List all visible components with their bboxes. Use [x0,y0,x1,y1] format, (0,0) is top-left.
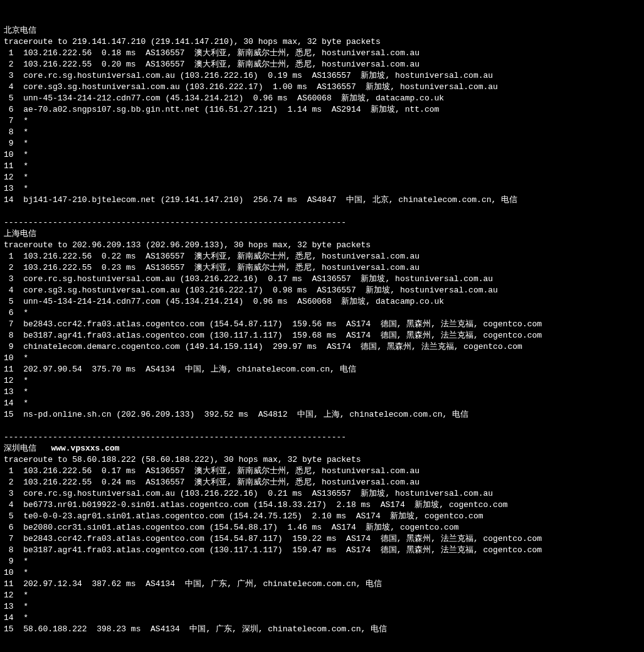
traceroute-header: traceroute to 202.96.209.133 (202.96.209… [4,240,371,250]
hop-line: 6 be2080.ccr31.sin01.atlas.cogentco.com … [4,523,459,532]
hop-line: 1 103.216.222.56 0.17 ms AS136557 澳大利亚, … [4,466,420,476]
separator-line: ----------------------------------------… [4,432,346,442]
hop-line: 1 103.216.222.56 0.22 ms AS136557 澳大利亚, … [4,252,420,261]
hop-line: 2 103.216.222.55 0.23 ms AS136557 澳大利亚, … [4,263,420,272]
watermark-text: www.vpsxxs.com [51,444,119,453]
hop-line: 14 * [4,398,28,408]
hop-line: 13 * [4,184,28,193]
terminal-output: { "separator": "------------------------… [0,0,644,649]
hop-line: 13 * [4,387,28,397]
hop-line: 3 core.rc.sg.hostuniversal.com.au (103.2… [4,274,493,284]
hop-line: 5 te0-0-0-23.agr01.sin01.atlas.cogentco.… [4,511,483,521]
hop-line: 14 * [4,613,28,623]
hop-line: 8 be3187.agr41.fra03.atlas.cogentco.com … [4,331,542,340]
hop-line: 11 202.97.12.34 387.62 ms AS4134 中国, 广东,… [4,579,382,589]
hop-line: 12 * [4,591,28,600]
hop-line: 7 be2843.ccr42.fra03.atlas.cogentco.com … [4,534,542,543]
hop-line: 3 core.rc.sg.hostuniversal.com.au (103.2… [4,71,493,80]
hop-line: 4 core.sg3.sg.hostuniversal.com.au (103.… [4,286,498,295]
hop-line: 7 be2843.ccr42.fra03.atlas.cogentco.com … [4,319,542,329]
section-title: 北京电信 [4,26,36,35]
separator-line: ----------------------------------------… [4,218,346,227]
hop-line: 9 chinatelecom.demarc.cogentco.com (149.… [4,342,522,351]
hop-line: 1 103.216.222.56 0.18 ms AS136557 澳大利亚, … [4,48,420,58]
hop-line: 9 * [4,139,28,148]
section-title: 深圳电信 www.vpsxxs.com [4,444,120,453]
traceroute-content: 北京电信 traceroute to 219.141.147.210 (219.… [4,25,640,635]
hop-line: 13 * [4,602,28,611]
traceroute-header: traceroute to 58.60.188.222 (58.60.188.2… [4,455,361,464]
section-title: 上海电信 [4,229,36,238]
hop-line: 2 103.216.222.55 0.20 ms AS136557 澳大利亚, … [4,60,420,69]
hop-line: 11 * [4,161,28,171]
hop-line: 12 * [4,173,28,182]
hop-line: 8 * [4,127,28,137]
hop-line: 12 * [4,376,28,385]
hop-line: 14 bj141-147-210.bjtelecom.net (219.141.… [4,195,517,205]
hop-line: 4 core.sg3.sg.hostuniversal.com.au (103.… [4,82,498,92]
hop-line: 6 ae-70.a02.sngpsi07.sg.bb.gin.ntt.net (… [4,105,439,114]
hop-line: 15 ns-pd.online.sh.cn (202.96.209.133) 3… [4,410,468,419]
hop-line: 6 * [4,308,28,318]
hop-line: 7 * [4,116,28,126]
traceroute-header: traceroute to 219.141.147.210 (219.141.1… [4,37,381,46]
hop-line: 2 103.216.222.55 0.24 ms AS136557 澳大利亚, … [4,478,420,487]
hop-line: 10 * [4,353,28,363]
hop-line: 9 * [4,557,28,566]
hop-line: 11 202.97.90.54 375.70 ms AS4134 中国, 上海,… [4,365,356,374]
hop-line: 4 be6773.nr01.b019922-0.sin01.atlas.coge… [4,500,508,510]
hop-line: 3 core.rc.sg.hostuniversal.com.au (103.2… [4,489,493,498]
hop-line: 5 unn-45-134-214-214.cdn77.com (45.134.2… [4,297,444,306]
hop-line: 10 * [4,568,28,577]
hop-line: 8 be3187.agr41.fra03.atlas.cogentco.com … [4,545,542,555]
hop-line: 10 * [4,150,28,159]
hop-line: 5 unn-45-134-214-212.cdn77.com (45.134.2… [4,94,444,103]
hop-line: 15 58.60.188.222 398.23 ms AS4134 中国, 广东… [4,624,387,634]
